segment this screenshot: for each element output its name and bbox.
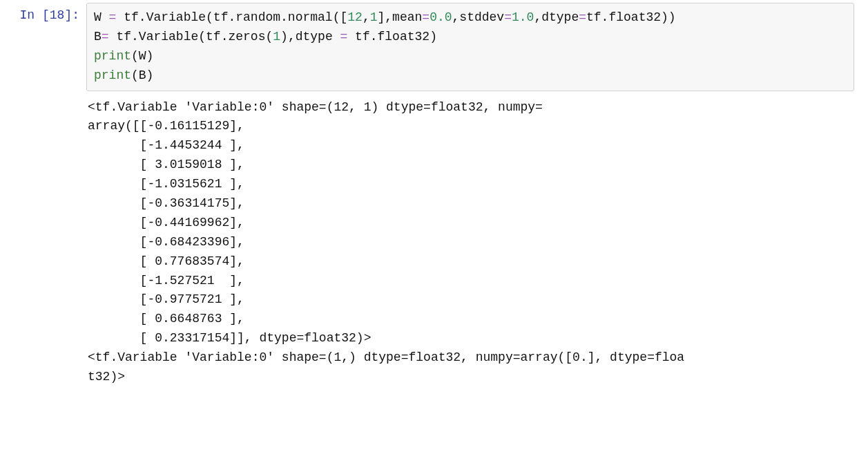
code-input[interactable]: W = tf.Variable(tf.random.normal([12,1],…: [86, 3, 854, 91]
prompt-bracket-close: ]:: [64, 8, 79, 22]
prompt-in-label: In: [20, 8, 42, 22]
cell-content: W = tf.Variable(tf.random.normal([12,1],…: [86, 3, 868, 387]
code-line-2: B= tf.Variable(tf.zeros(1),dtype = tf.fl…: [94, 28, 847, 47]
notebook-cell: In [18]: W = tf.Variable(tf.random.norma…: [0, 3, 868, 387]
input-prompt: In [18]:: [0, 3, 86, 22]
code-output: <tf.Variable 'Variable:0' shape=(12, 1) …: [86, 91, 854, 387]
code-line-4: print(B): [94, 66, 847, 86]
code-line-3: print(W): [94, 47, 847, 66]
prompt-number: 18: [50, 8, 65, 22]
prompt-bracket-open: [: [42, 8, 50, 22]
code-line-1: W = tf.Variable(tf.random.normal([12,1],…: [94, 8, 847, 28]
